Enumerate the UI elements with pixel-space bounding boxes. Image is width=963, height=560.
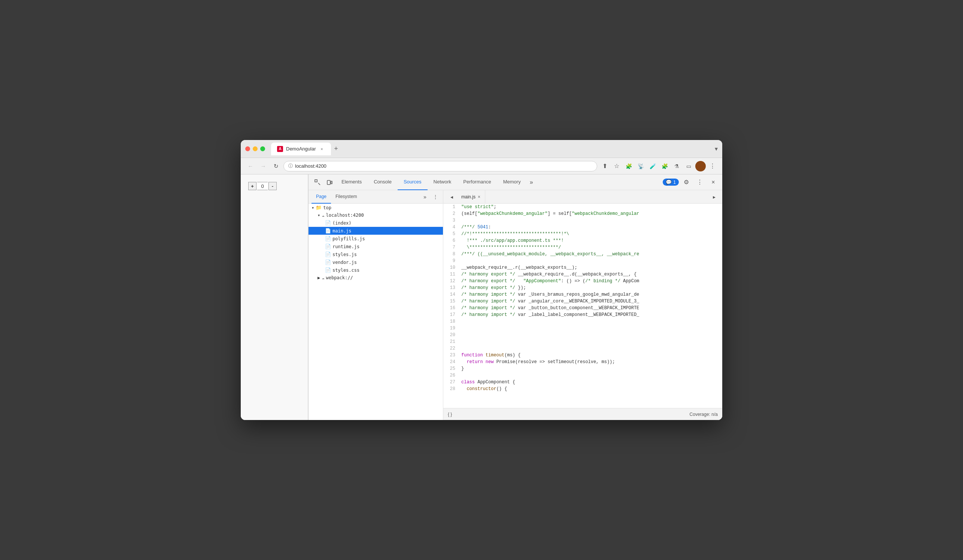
counter-minus-button[interactable]: - — [269, 182, 277, 190]
tree-item-mainjs[interactable]: 📄 main.js — [308, 227, 443, 235]
traffic-lights — [245, 146, 265, 151]
file-icon-vendor: 📄 — [325, 259, 331, 265]
tab-memory[interactable]: Memory — [497, 175, 527, 190]
code-line: 27 class AppComponent { — [443, 379, 722, 385]
more-tabs-button[interactable]: » — [527, 179, 536, 186]
profile-button[interactable]: 🧪 — [647, 161, 658, 172]
file-icon-mainjs: 📄 — [325, 228, 331, 233]
code-line: 3 — [443, 217, 722, 224]
close-devtools-button[interactable]: × — [707, 176, 719, 188]
code-line: 28 constructor() { — [443, 385, 722, 392]
extensions-button[interactable]: 🧩 — [623, 161, 634, 172]
code-tab-close-button[interactable]: × — [478, 194, 480, 199]
nav-bar: ← → ↻ ⓘ localhost:4200 ⬆ ☆ 🧩 📡 🧪 🧩 ⚗ ▭ ⋮ — [241, 158, 722, 175]
tab-favicon: A — [277, 146, 283, 152]
counter-plus-button[interactable]: + — [248, 182, 256, 190]
code-line: 22 — [443, 345, 722, 352]
close-button[interactable] — [245, 146, 250, 151]
panel-collapse-button[interactable]: ◂ — [446, 192, 457, 202]
tree-item-localhost[interactable]: ▾ ☁ localhost:4200 — [308, 212, 443, 219]
cast-button[interactable]: 📡 — [636, 161, 646, 172]
bookmark-button[interactable]: ☆ — [611, 161, 622, 172]
tab-sources[interactable]: Sources — [398, 175, 428, 190]
puzzle-button[interactable]: 🧩 — [659, 161, 670, 172]
tab-bar: A DemoAngular × + — [271, 142, 712, 155]
cloud-icon-localhost: ☁ — [322, 213, 324, 218]
tree-item-stylescss[interactable]: 📄 styles.css — [308, 266, 443, 274]
code-content[interactable]: 1 "use strict"; 2 (self["webpackChunkdem… — [443, 204, 722, 408]
code-line: 4 /***/ 5041: — [443, 224, 722, 231]
more-file-tabs-button[interactable]: » — [420, 193, 430, 201]
code-line: 7 \*********************************/ — [443, 244, 722, 251]
code-line: 11 /* harmony export */ __webpack_requir… — [443, 271, 722, 278]
back-button[interactable]: ← — [245, 161, 256, 172]
tree-label-top: top — [323, 205, 331, 210]
flask-button[interactable]: ⚗ — [671, 161, 682, 172]
code-line: 5 //*!*********************************!… — [443, 231, 722, 237]
file-tab-filesystem[interactable]: Filesystem — [331, 190, 361, 204]
tree-item-stylesjs[interactable]: 📄 styles.js — [308, 251, 443, 258]
tree-label-webpack: webpack:// — [326, 275, 353, 280]
code-line: 21 — [443, 338, 722, 345]
console-badge: 💬 1 — [663, 178, 679, 186]
menu-button[interactable]: ⋮ — [707, 161, 718, 172]
tree-item-polyfills[interactable]: 📄 polyfills.js — [308, 235, 443, 243]
curly-braces-icon[interactable]: { } — [448, 412, 452, 417]
counter-widget: + 0 - — [248, 182, 277, 190]
tree-label-polyfills: polyfills.js — [332, 236, 365, 241]
minimize-button[interactable] — [253, 146, 258, 151]
counter-value: 0 — [257, 182, 268, 190]
devtools-tabs: Elements Console Sources Network Perform… — [336, 175, 663, 190]
tree-item-index[interactable]: 📄 (index) — [308, 219, 443, 227]
devtools-toolbar: Elements Console Sources Network Perform… — [308, 175, 722, 190]
inspect-element-button[interactable] — [311, 176, 324, 188]
file-tab-page[interactable]: Page — [311, 190, 331, 204]
file-tab-more: » ⋮ — [420, 193, 440, 201]
devtools-panel: Elements Console Sources Network Perform… — [308, 175, 722, 420]
nav-actions: ⬆ ☆ 🧩 📡 🧪 🧩 ⚗ ▭ ⋮ — [600, 161, 718, 172]
tree-item-webpack[interactable]: ▶ ☁ webpack:// — [308, 274, 443, 282]
settings-button[interactable]: ⚙ — [680, 176, 692, 188]
file-panel-more-button[interactable]: ⋮ — [431, 193, 440, 201]
expand-icon-webpack: ▶ — [318, 275, 320, 280]
tab-elements[interactable]: Elements — [336, 175, 368, 190]
panel-expand-right-button[interactable]: ▸ — [709, 192, 719, 202]
maximize-button[interactable] — [260, 146, 265, 151]
browser-content: + 0 - Elements Console — [241, 175, 722, 420]
code-line: 20 — [443, 332, 722, 338]
tree-label-vendor: vendor.js — [332, 260, 357, 265]
code-tab-mainjs[interactable]: main.js × — [457, 190, 485, 204]
tree-label-stylesjs: styles.js — [332, 252, 357, 257]
code-panel: ◂ main.js × ▸ 1 — [443, 190, 722, 420]
avatar[interactable] — [695, 161, 706, 172]
window-button[interactable]: ▭ — [683, 161, 694, 172]
window-chevron-down[interactable]: ▾ — [715, 145, 718, 152]
tab-close-button[interactable]: × — [319, 146, 325, 152]
file-icon-stylescss: 📄 — [325, 267, 331, 273]
code-line: 25 } — [443, 365, 722, 372]
tab-title: DemoAngular — [286, 146, 316, 152]
address-bar[interactable]: ⓘ localhost:4200 — [284, 161, 597, 172]
reload-button[interactable]: ↻ — [271, 161, 281, 172]
code-line: 9 — [443, 257, 722, 264]
expand-icon-localhost: ▾ — [318, 213, 320, 218]
tree-label-index: (index) — [332, 220, 352, 226]
tree-item-top[interactable]: ▾ 📁 top — [308, 204, 443, 212]
tab-performance[interactable]: Performance — [457, 175, 497, 190]
tab-console[interactable]: Console — [368, 175, 398, 190]
code-line: 14 /* harmony import */ var _Users_bramu… — [443, 291, 722, 298]
browser-tab[interactable]: A DemoAngular × — [271, 142, 331, 155]
forward-button[interactable]: → — [258, 161, 269, 172]
share-button[interactable]: ⬆ — [600, 161, 610, 172]
more-options-button[interactable]: ⋮ — [694, 176, 706, 188]
code-line: 12 /* harmony export */ "AppComponent": … — [443, 278, 722, 285]
tree-label-mainjs: main.js — [332, 228, 352, 233]
devtools-footer: { } Coverage: n/a — [443, 408, 722, 420]
code-line: 26 — [443, 372, 722, 379]
device-mode-button[interactable] — [324, 176, 336, 188]
tree-item-runtime[interactable]: 📄 runtime.js — [308, 243, 443, 251]
code-line: 24 return new Promise(resolve => setTime… — [443, 359, 722, 365]
tab-network[interactable]: Network — [428, 175, 457, 190]
new-tab-button[interactable]: + — [331, 144, 342, 154]
tree-item-vendor[interactable]: 📄 vendor.js — [308, 258, 443, 266]
